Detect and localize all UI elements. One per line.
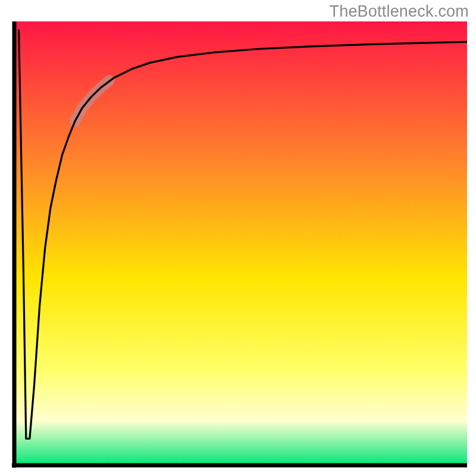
- chart-svg: [12, 21, 467, 468]
- watermark-text: TheBottleneck.com: [329, 2, 469, 21]
- chart-stage: TheBottleneck.com: [0, 0, 476, 476]
- plot-area: [12, 21, 467, 468]
- gradient-background: [14, 21, 467, 465]
